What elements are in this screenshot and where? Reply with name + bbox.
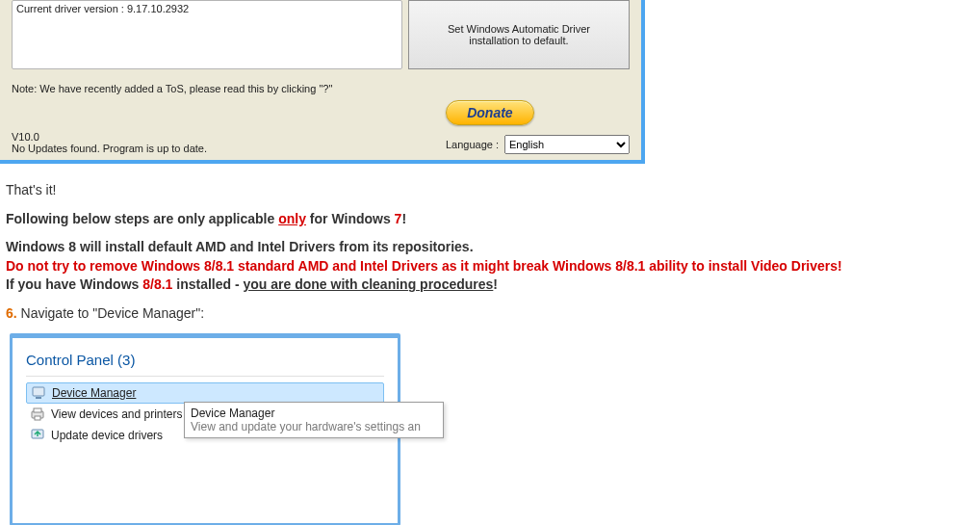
- control-panel-header: Control Panel (3): [26, 352, 384, 368]
- language-select[interactable]: English: [504, 135, 630, 154]
- step6-num: 6.: [6, 305, 17, 321]
- svg-rect-3: [34, 408, 41, 412]
- following-steps-line: Following below steps are only applicabl…: [6, 210, 974, 229]
- control-panel-window: Control Panel (3) Device Manager: [10, 333, 400, 525]
- if-mid: installed -: [172, 276, 243, 292]
- done-text: you are done with cleaning procedures: [244, 276, 494, 292]
- driver-app-inner: Current driver version : 9.17.10.2932 Se…: [0, 0, 641, 160]
- thats-it-text: That's it!: [6, 181, 974, 200]
- bottom-left: V10.0 No Updates found. Program is up to…: [12, 131, 446, 154]
- device-manager-icon: [31, 385, 46, 401]
- win8-line1: Windows 8 will install default AMD and I…: [6, 239, 474, 254]
- following-suffix: !: [401, 211, 406, 226]
- windows8-block: Windows 8 will install default AMD and I…: [6, 238, 974, 295]
- svg-rect-1: [36, 397, 41, 399]
- printer-icon: [30, 407, 45, 422]
- tooltip-title: Device Manager: [191, 407, 437, 420]
- win8-warning: Do not try to remove Windows 8/8.1 stand…: [6, 258, 842, 274]
- bottom-row: V10.0 No Updates found. Program is up to…: [12, 100, 630, 154]
- control-panel-divider: [26, 376, 384, 377]
- if-suffix: !: [493, 276, 498, 292]
- svg-rect-4: [35, 416, 40, 420]
- step6-text: Navigate to "Device Manager":: [17, 305, 204, 321]
- article-body: That's it! Following below steps are onl…: [0, 164, 980, 525]
- app-version: V10.0: [12, 131, 446, 143]
- update-drivers-icon: [30, 428, 45, 443]
- cp-item-device-manager[interactable]: Device Manager: [26, 382, 384, 404]
- driver-box-row: Current driver version : 9.17.10.2932 Se…: [12, 0, 630, 69]
- only-word: only: [278, 211, 306, 226]
- driver-app-window: Current driver version : 9.17.10.2932 Se…: [0, 0, 645, 164]
- following-mid: for Windows: [306, 211, 395, 226]
- language-label: Language :: [446, 139, 499, 150]
- lang-donate-col: Donate Language : English: [446, 100, 630, 154]
- cp-item-label: Update device drivers: [51, 429, 163, 442]
- tos-note: Note: We have recently added a ToS, plea…: [12, 83, 630, 94]
- set-default-button[interactable]: Set Windows Automatic Driver installatio…: [408, 0, 630, 69]
- eight-text: 8/8.1: [142, 276, 172, 292]
- driver-version-textarea[interactable]: Current driver version : 9.17.10.2932: [12, 0, 402, 69]
- cp-item-label: View devices and printers: [51, 407, 183, 421]
- svg-rect-0: [33, 387, 44, 396]
- cp-item-label: Device Manager: [52, 386, 136, 400]
- if-prefix: If you have Windows: [6, 276, 142, 292]
- device-manager-tooltip: Device Manager View and update your hard…: [184, 402, 444, 438]
- language-row: Language : English: [446, 135, 630, 154]
- tooltip-desc: View and update your hardware's settings…: [191, 420, 437, 433]
- step-6-line: 6. Navigate to "Device Manager":: [6, 304, 974, 324]
- donate-button[interactable]: Donate: [446, 100, 534, 125]
- update-status: No Updates found. Program is up to date.: [12, 143, 446, 154]
- following-prefix: Following below steps are only applicabl…: [6, 211, 278, 226]
